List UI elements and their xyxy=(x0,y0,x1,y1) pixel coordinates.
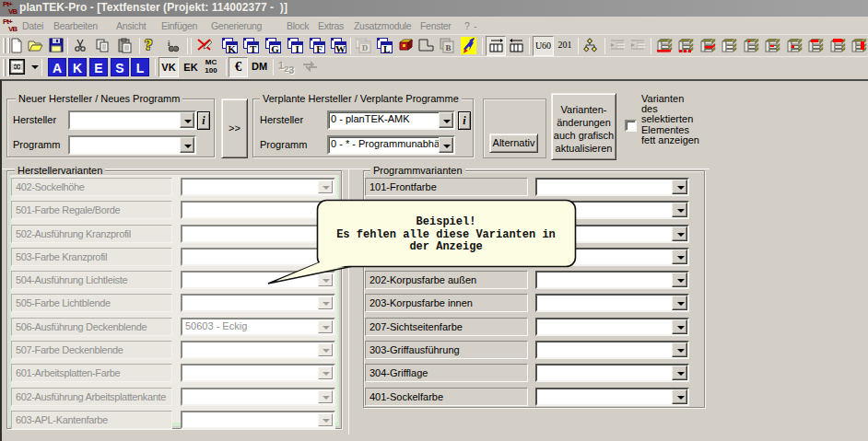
svg-text:L: L xyxy=(383,43,390,54)
svg-text:F: F xyxy=(316,43,323,54)
svg-text:W: W xyxy=(335,43,346,54)
svg-text:K: K xyxy=(228,43,236,54)
svg-text:I: I xyxy=(295,43,299,54)
svg-text:B: B xyxy=(445,43,451,52)
svg-text:G: G xyxy=(271,43,279,54)
svg-text:T: T xyxy=(250,43,257,54)
svg-text:D: D xyxy=(362,43,369,52)
